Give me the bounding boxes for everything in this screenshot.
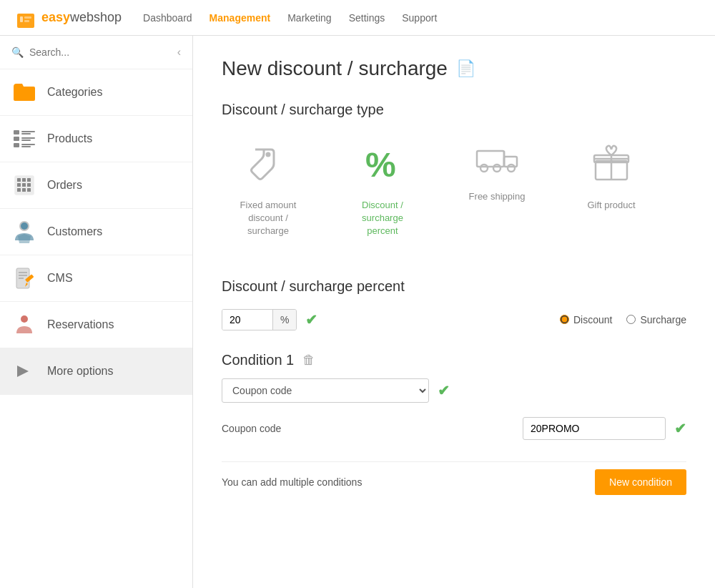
section1-title: Discount / surcharge type	[222, 102, 686, 118]
svg-rect-6	[21, 133, 31, 134]
radio-discount[interactable]	[560, 315, 569, 324]
percent-input[interactable]	[222, 310, 272, 330]
type-card-label-gift: Gift product	[587, 199, 635, 212]
percent-section: Discount / surcharge percent % ✔ Discoun…	[222, 278, 686, 330]
svg-point-40	[508, 165, 515, 172]
type-card-label-shipping: Free shipping	[469, 190, 526, 203]
svg-rect-20	[17, 188, 21, 192]
condition-select-row: Coupon code Minimum order amount Custome…	[222, 378, 686, 403]
type-card-label-percent: Discount / surcharge percent	[347, 199, 418, 238]
sidebar-item-reservations[interactable]: Reservations	[0, 302, 192, 348]
svg-rect-1	[20, 16, 23, 22]
radio-label-surcharge[interactable]: Surcharge	[626, 314, 686, 325]
sidebar-item-label-cms: CMS	[47, 272, 73, 285]
trash-icon[interactable]: 🗑	[302, 353, 315, 368]
type-section: Discount / surcharge type Fixed amount d…	[222, 102, 686, 250]
multi-conditions-text: You can add multiple conditions	[222, 476, 362, 488]
percent-icon: %	[363, 144, 403, 192]
radio-discount-label: Discount	[573, 314, 612, 325]
percent-row: % ✔ Discount Surcharge	[222, 309, 686, 330]
nav-dashboard[interactable]: Dashboard	[143, 12, 192, 24]
collapse-button[interactable]: ‹	[177, 46, 181, 59]
type-card-percent[interactable]: % Discount / surcharge percent	[336, 132, 429, 250]
radio-label-discount[interactable]: Discount	[560, 314, 612, 325]
sidebar-item-label-more-options: More options	[47, 365, 114, 378]
document-icon: 📄	[456, 59, 475, 78]
nav-settings[interactable]: Settings	[349, 12, 385, 24]
reservations-icon	[11, 312, 37, 338]
search-input[interactable]	[29, 46, 144, 58]
condition1-title: Condition 1	[222, 352, 294, 368]
top-nav: easywebshop Dashboard Management Marketi…	[0, 0, 715, 36]
sidebar-item-label-orders: Orders	[47, 179, 82, 192]
sidebar-item-label-reservations: Reservations	[47, 318, 114, 331]
sidebar-item-products[interactable]: Products	[0, 116, 192, 162]
type-card-shipping[interactable]: Free shipping	[450, 132, 543, 250]
svg-rect-2	[24, 16, 31, 19]
sidebar-item-label-customers: Customers	[47, 225, 102, 238]
nav-management[interactable]: Management	[209, 12, 271, 24]
svg-rect-4	[14, 130, 19, 134]
discount-type-radio-group: Discount Surcharge	[560, 314, 686, 325]
coupon-row: Coupon code ✔	[222, 417, 686, 440]
section2-title: Discount / surcharge percent	[222, 278, 686, 295]
shipping-icon	[475, 144, 518, 183]
sidebar-item-categories[interactable]: Categories	[0, 69, 192, 116]
new-condition-button[interactable]: New condition	[595, 469, 686, 495]
main-content: New discount / surcharge 📄 Discount / su…	[193, 36, 715, 588]
svg-rect-19	[27, 183, 31, 187]
search-area: 🔍 ‹	[0, 36, 192, 69]
svg-rect-14	[17, 178, 21, 182]
radio-surcharge[interactable]	[626, 315, 636, 324]
svg-rect-16	[27, 178, 31, 182]
sidebar-item-label-categories: Categories	[47, 86, 102, 99]
condition-title-row: Condition 1 🗑	[222, 352, 686, 368]
sidebar-item-cms[interactable]: CMS	[0, 255, 192, 302]
svg-rect-18	[22, 183, 26, 187]
arrow-right-icon	[11, 358, 37, 384]
nav-support[interactable]: Support	[402, 12, 437, 24]
sidebar-item-orders[interactable]: Orders	[0, 162, 192, 209]
svg-point-39	[493, 165, 500, 172]
nav-links: Dashboard Management Marketing Settings …	[143, 12, 437, 24]
svg-rect-15	[22, 178, 26, 182]
sidebar-item-label-products: Products	[47, 132, 92, 145]
folder-icon	[11, 79, 37, 105]
sidebar-items: Categories Pr	[0, 69, 192, 588]
type-card-label-fixed: Fixed amount discount / surcharge	[233, 199, 303, 238]
svg-rect-12	[21, 146, 31, 147]
cms-icon	[11, 265, 37, 291]
svg-rect-21	[22, 188, 26, 192]
type-card-fixed[interactable]: Fixed amount discount / surcharge	[222, 132, 315, 250]
customers-icon	[11, 219, 37, 245]
condition-type-select[interactable]: Coupon code Minimum order amount Custome…	[222, 378, 429, 403]
type-card-gift[interactable]: Gift product	[565, 132, 658, 250]
nav-marketing[interactable]: Marketing	[287, 12, 331, 24]
gift-icon	[591, 144, 631, 192]
sidebar-item-customers[interactable]: Customers	[0, 209, 192, 255]
sidebar: 🔍 ‹ Categories	[0, 36, 193, 588]
svg-rect-8	[21, 137, 35, 139]
svg-rect-5	[21, 131, 35, 132]
svg-rect-22	[27, 188, 31, 192]
page-title-row: New discount / surcharge 📄	[222, 57, 686, 80]
orders-icon	[11, 172, 37, 198]
svg-rect-7	[14, 137, 19, 141]
price-tag-icon	[248, 144, 288, 192]
svg-marker-32	[17, 366, 29, 377]
percent-sign: %	[272, 310, 296, 330]
svg-rect-9	[21, 139, 31, 141]
svg-point-38	[480, 165, 488, 172]
coupon-input[interactable]	[523, 417, 666, 440]
svg-point-31	[21, 315, 28, 323]
sidebar-item-more-options[interactable]: More options	[0, 348, 192, 395]
svg-rect-10	[14, 143, 19, 147]
svg-rect-35	[477, 151, 504, 167]
percent-input-wrap: %	[222, 309, 297, 330]
condition1-section: Condition 1 🗑 Coupon code Minimum order …	[222, 352, 686, 440]
svg-text:%: %	[365, 146, 396, 184]
type-cards: Fixed amount discount / surcharge % Disc…	[222, 132, 686, 250]
svg-rect-11	[21, 144, 35, 145]
radio-surcharge-label: Surcharge	[640, 314, 686, 325]
search-icon: 🔍	[11, 46, 24, 58]
